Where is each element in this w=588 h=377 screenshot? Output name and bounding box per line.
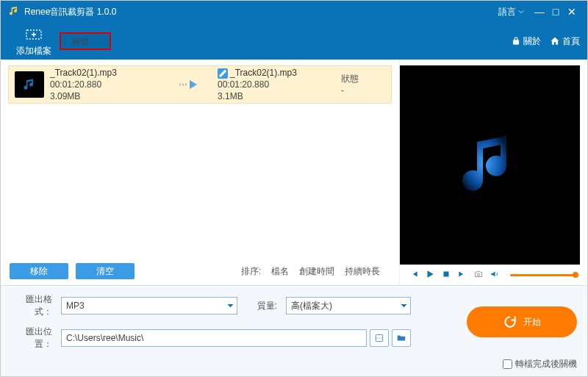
svg-point-7 — [379, 337, 379, 338]
output-filename: _Track02(1).mp3 — [218, 67, 335, 79]
prev-button[interactable] — [409, 269, 419, 281]
clear-button[interactable]: 清空 — [76, 263, 135, 279]
lock-icon — [511, 36, 521, 46]
add-file-label: 添加檔案 — [16, 45, 51, 57]
output-column: _Track02(1).mp3 00:01:20.880 3.1MB — [212, 67, 341, 102]
volume-icon[interactable] — [490, 269, 500, 281]
home-link[interactable]: 首頁 — [550, 35, 580, 48]
file-list: _Track02(1).mp3 00:01:20.880 3.09MB _Tra… — [1, 60, 399, 257]
status-value: - — [341, 85, 385, 96]
app-title: Renee音訊裁剪器 1.0.0 — [24, 6, 116, 18]
app-logo-icon — [8, 5, 20, 19]
shutdown-label: 轉檔完成後關機 — [515, 358, 577, 370]
volume-knob[interactable] — [573, 272, 578, 278]
preview-panel — [400, 65, 580, 265]
sort-label: 排序: — [241, 265, 261, 278]
path-label: 匯出位置： — [11, 326, 55, 351]
player-controls — [400, 265, 587, 285]
minimize-button[interactable]: — — [531, 6, 548, 18]
output-duration: 00:01:20.880 — [218, 79, 335, 90]
browse-button[interactable] — [392, 329, 411, 347]
source-duration: 00:01:20.880 — [50, 79, 168, 90]
status-column: 狀態 - — [341, 73, 385, 96]
source-column: _Track02(1).mp3 00:01:20.880 3.09MB — [44, 67, 173, 102]
sort-by-created[interactable]: 創建時間 — [299, 265, 334, 278]
shutdown-checkbox[interactable] — [503, 359, 512, 369]
quality-label: 質量: — [243, 300, 280, 312]
cut-button[interactable]: 剪切 — [60, 32, 111, 50]
stop-button[interactable] — [441, 269, 451, 281]
convert-arrow-icon — [173, 77, 212, 92]
path-dropdown-button[interactable] — [370, 329, 389, 347]
svg-point-4 — [477, 273, 480, 276]
quality-select[interactable]: 高(檔案大) — [286, 297, 411, 315]
format-label: 匯出格式： — [11, 293, 55, 318]
svg-point-8 — [381, 337, 381, 338]
sort-controls: 排序: 檔名 創建時間 持續時長 — [241, 265, 390, 278]
language-dropdown[interactable]: 語言 — [498, 6, 524, 18]
next-button[interactable] — [457, 269, 467, 281]
svg-point-6 — [377, 337, 378, 338]
add-file-button[interactable]: 添加檔案 — [8, 24, 60, 59]
format-select[interactable]: MP3 — [61, 297, 237, 315]
home-icon — [550, 36, 560, 46]
music-placeholder-icon — [446, 121, 534, 209]
app-window: Renee音訊裁剪器 1.0.0 語言 — □ ✕ 添加檔案 剪切 關於 首頁 — [0, 0, 588, 377]
file-thumb-icon — [15, 71, 44, 98]
edit-icon[interactable] — [218, 68, 228, 79]
start-button[interactable]: 开始 — [467, 306, 577, 337]
bottom-panel: 匯出格式： MP3 質量: 高(檔案大) 开始 匯出位置： 轉檔完成後關機 — [1, 285, 587, 376]
play-button[interactable] — [425, 269, 435, 281]
right-pane — [400, 60, 587, 285]
toolbar: 添加檔案 剪切 關於 首頁 — [1, 23, 587, 60]
cut-label: 剪切 — [71, 36, 89, 49]
refresh-icon — [503, 315, 517, 329]
path-input[interactable] — [61, 329, 367, 347]
sort-by-name[interactable]: 檔名 — [271, 265, 289, 278]
source-filesize: 3.09MB — [50, 90, 168, 102]
volume-slider[interactable] — [510, 274, 578, 276]
list-buttons: 移除 清空 排序: 檔名 創建時間 持續時長 — [1, 257, 399, 285]
main-area: _Track02(1).mp3 00:01:20.880 3.09MB _Tra… — [1, 60, 587, 285]
snapshot-button[interactable] — [473, 269, 484, 281]
titlebar: Renee音訊裁剪器 1.0.0 語言 — □ ✕ — [1, 1, 587, 23]
sort-by-duration[interactable]: 持續時長 — [345, 265, 380, 278]
about-link[interactable]: 關於 — [511, 35, 541, 48]
maximize-button[interactable]: □ — [548, 6, 564, 18]
source-filename: _Track02(1).mp3 — [50, 67, 168, 79]
output-filesize: 3.1MB — [218, 90, 335, 102]
svg-rect-3 — [444, 271, 449, 276]
left-pane: _Track02(1).mp3 00:01:20.880 3.09MB _Tra… — [1, 60, 400, 285]
file-row[interactable]: _Track02(1).mp3 00:01:20.880 3.09MB _Tra… — [8, 65, 392, 104]
close-button[interactable]: ✕ — [564, 6, 580, 18]
remove-button[interactable]: 移除 — [10, 263, 68, 279]
status-header: 狀態 — [341, 73, 385, 85]
